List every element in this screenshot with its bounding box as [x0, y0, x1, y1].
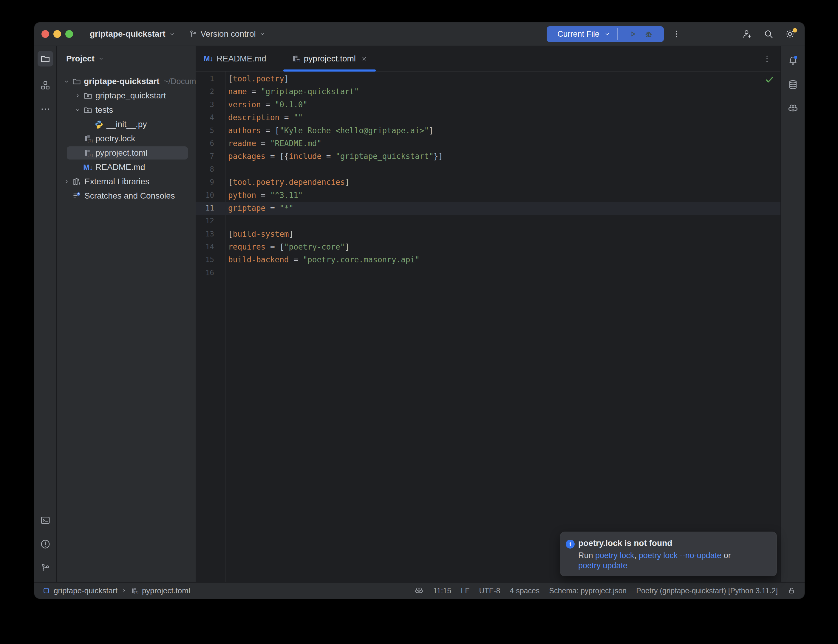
- more-h-tool-button[interactable]: [38, 101, 53, 117]
- settings-button[interactable]: [779, 26, 801, 42]
- breadcrumb: griptape-quickstart[T]pyproject.toml: [42, 586, 190, 595]
- status-widget[interactable]: Schema: pyproject.json: [549, 586, 626, 595]
- chevron-down-icon[interactable]: [604, 30, 611, 38]
- tree-item--init-py[interactable]: __init__.py: [57, 117, 196, 131]
- line-number[interactable]: 4: [196, 111, 225, 124]
- project-panel-title: Project: [66, 54, 95, 64]
- tab-readme-md[interactable]: M↓README.md: [196, 46, 274, 71]
- line-text: description = "": [228, 111, 303, 124]
- tree-item-griptape-quickstart[interactable]: griptape-quickstart~/Docume: [57, 74, 196, 89]
- line-number[interactable]: 5: [196, 124, 225, 137]
- code-line-12: 12: [196, 215, 780, 227]
- chevron-down-icon[interactable]: [72, 106, 83, 114]
- line-number[interactable]: 12: [196, 215, 225, 227]
- project-widget[interactable]: griptape-quickstart: [90, 29, 176, 39]
- line-number[interactable]: 13: [196, 228, 225, 241]
- breadcrumb-item[interactable]: pyproject.toml: [142, 586, 190, 595]
- line-number[interactable]: 3: [196, 99, 225, 111]
- tree-item-poetry-lock[interactable]: [T]poetry.lock: [57, 131, 196, 146]
- minimize-window-button[interactable]: [53, 30, 61, 38]
- chevron-right-icon[interactable]: [72, 92, 83, 100]
- notification-link[interactable]: poetry lock: [595, 551, 634, 560]
- tree-item-tests[interactable]: tests: [57, 103, 196, 117]
- notification-title: poetry.lock is not found: [578, 539, 731, 548]
- database-tool-button[interactable]: [785, 77, 801, 92]
- close-tab-icon[interactable]: [361, 55, 368, 62]
- status-widget[interactable]: UTF-8: [479, 586, 500, 595]
- add-user-button[interactable]: [736, 26, 758, 42]
- ai-tool-button[interactable]: [785, 100, 801, 116]
- tree-item-external-libraries[interactable]: External Libraries: [57, 174, 196, 189]
- notification-popup: i poetry.lock is not found Run poetry lo…: [560, 532, 777, 576]
- line-number[interactable]: 14: [196, 241, 225, 253]
- line-number[interactable]: 10: [196, 189, 225, 202]
- vcs-widget[interactable]: Version control: [189, 29, 266, 39]
- status-widget[interactable]: 4 spaces: [509, 586, 539, 595]
- status-bar: griptape-quickstart[T]pyproject.toml 11:…: [34, 582, 805, 599]
- code-line-8: 8: [196, 163, 780, 176]
- markdown-icon: M↓: [83, 163, 93, 172]
- debug-button[interactable]: [644, 29, 654, 39]
- vcs-label: Version control: [201, 29, 256, 39]
- chevron-down-icon[interactable]: [61, 77, 72, 85]
- run-config-selector[interactable]: Current File: [557, 30, 600, 39]
- notification-text: or: [721, 551, 731, 560]
- ai-status-icon[interactable]: [414, 586, 424, 595]
- line-number[interactable]: 11: [196, 202, 225, 215]
- package-icon: [83, 91, 93, 100]
- line-text: build-backend = "poetry.core.masonry.api…: [228, 253, 420, 266]
- code-line-3: 3version = "0.1.0": [196, 99, 780, 111]
- editor-area: M↓README.md[T]pyproject.toml 1[tool.poet…: [196, 46, 780, 582]
- tab-pyproject-toml[interactable]: [T]pyproject.toml: [283, 46, 376, 71]
- line-text: readme = "README.md": [228, 137, 322, 150]
- bell-tool-button[interactable]: [785, 53, 801, 68]
- notification-link[interactable]: poetry lock --no-update: [639, 551, 722, 560]
- tree-item-scratches-and-consoles[interactable]: Scratches and Consoles: [57, 189, 196, 203]
- code-line-10: 10python = "^3.11": [196, 189, 780, 202]
- chevron-down-icon: [97, 55, 105, 62]
- close-window-button[interactable]: [41, 30, 49, 38]
- line-number[interactable]: 16: [196, 266, 225, 279]
- notification-text: ,: [634, 551, 639, 560]
- info-icon: i: [566, 540, 575, 549]
- status-widget[interactable]: Poetry (griptape-quickstart) [Python 3.1…: [636, 586, 778, 595]
- line-number[interactable]: 6: [196, 137, 225, 150]
- run-button[interactable]: [628, 29, 638, 39]
- tree-item-pyproject-toml[interactable]: [T]pyproject.toml: [57, 146, 196, 160]
- ide-window: griptape-quickstart Version control Curr…: [34, 22, 805, 599]
- line-number[interactable]: 2: [196, 85, 225, 98]
- unlock-status-icon[interactable]: [787, 586, 796, 595]
- tree-item-griptape-quickstart[interactable]: griptape_quickstart: [57, 89, 196, 103]
- status-widget[interactable]: 11:15: [433, 586, 452, 595]
- notification-link[interactable]: poetry update: [578, 561, 628, 570]
- project-panel-header[interactable]: Project: [66, 54, 105, 64]
- tree-item-label: poetry.lock: [95, 134, 135, 143]
- status-widgets: 11:15LFUTF-84 spacesSchema: pyproject.js…: [414, 586, 796, 595]
- line-number[interactable]: 15: [196, 253, 225, 266]
- chevron-right-icon[interactable]: [61, 178, 72, 186]
- search-button[interactable]: [758, 26, 779, 42]
- line-number[interactable]: 9: [196, 176, 225, 189]
- titlebar-right: Current File: [547, 26, 801, 42]
- tab-options-kebab-icon[interactable]: [762, 54, 772, 63]
- tab-label: README.md: [217, 54, 266, 64]
- code-line-11: 11griptape = "*": [196, 202, 780, 215]
- tree-item-readme-md[interactable]: M↓README.md: [57, 160, 196, 174]
- line-number[interactable]: 7: [196, 150, 225, 163]
- breadcrumb-item[interactable]: griptape-quickstart: [54, 586, 118, 595]
- more-actions-kebab-icon[interactable]: [672, 29, 681, 39]
- project-folder-tool-button[interactable]: [38, 51, 53, 66]
- line-number[interactable]: 8: [196, 163, 225, 176]
- code-line-4: 4description = "": [196, 111, 780, 124]
- structure-tool-button[interactable]: [38, 77, 53, 93]
- branch-tool-button[interactable]: [38, 560, 53, 576]
- code-line-6: 6readme = "README.md": [196, 137, 780, 150]
- traffic-lights: [41, 30, 73, 38]
- chevron-down-icon: [259, 30, 266, 38]
- terminal-tool-button[interactable]: [38, 513, 53, 528]
- code-editor[interactable]: 1[tool.poetry]2name = "griptape-quicksta…: [196, 72, 780, 582]
- problems-tool-button[interactable]: [38, 536, 53, 552]
- line-number[interactable]: 1: [196, 72, 225, 85]
- zoom-window-button[interactable]: [65, 30, 73, 38]
- status-widget[interactable]: LF: [461, 586, 469, 595]
